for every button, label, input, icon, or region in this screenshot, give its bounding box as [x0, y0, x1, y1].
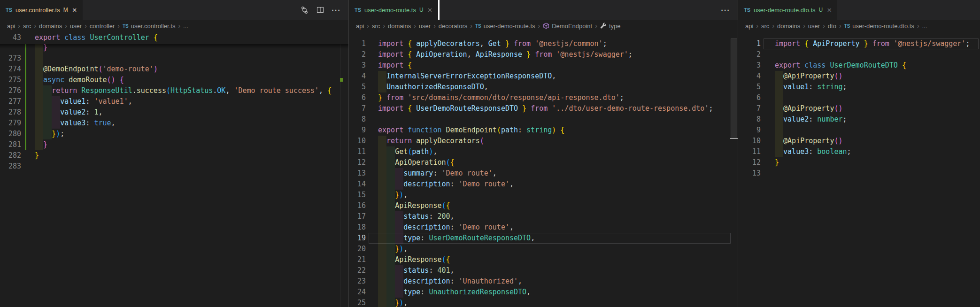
code-line[interactable]: 6} from 'src/domains/common/dto/response… [349, 92, 738, 103]
code-line[interactable]: 16 ApiResponse({ [349, 200, 738, 211]
file-tab[interactable]: TS user.controller.ts M × [0, 0, 83, 20]
code-line[interactable]: 8 value2: number; [738, 114, 980, 125]
breadcrumb-item[interactable]: domains [39, 23, 62, 30]
code-line[interactable]: 273 [0, 53, 348, 64]
code-line[interactable]: 15 }), [349, 190, 738, 200]
code-line[interactable]: 283 [0, 161, 348, 172]
overview-cursor-marker [730, 138, 738, 139]
code-line[interactable]: 5 value1: string; [738, 82, 980, 92]
breadcrumb-item[interactable]: TSuser-demo-route.ts [475, 23, 535, 30]
file-tab[interactable]: TS user-demo-route.ts U × [349, 0, 438, 20]
breadcrumb-item[interactable]: domains [777, 23, 800, 30]
file-tab[interactable]: TS user-demo-route.dto.ts U × [738, 0, 837, 20]
line-number: 11 [349, 146, 366, 157]
code-line[interactable]: 3import { [349, 60, 738, 71]
code-line[interactable]: 9 [738, 125, 980, 136]
code-line[interactable]: 13 [738, 168, 980, 179]
code-line[interactable]: 4 InternalServerErrorExceptionResponseDT… [349, 71, 738, 82]
breadcrumb-item[interactable]: decorators [439, 23, 467, 30]
code-line[interactable]: 25 }), [349, 298, 738, 307]
gutter-added-indicator [25, 139, 26, 150]
code-line[interactable]: 7import { UserDemoRouteResponseDTO } fro… [349, 103, 738, 114]
code-line[interactable]: 7 @ApiProperty() [738, 103, 980, 114]
breadcrumb-item[interactable]: ... [922, 23, 927, 30]
breadcrumb-item[interactable]: TSuser.controller.ts [123, 23, 175, 30]
code-line[interactable]: 4 @ApiProperty() [738, 71, 980, 82]
code-line[interactable]: 22 status: 401, [349, 265, 738, 276]
code-line[interactable]: 5 UnauthorizedResponseDTO, [349, 82, 738, 92]
code-line[interactable]: 3export class UserDemoRouteDTO { [738, 60, 980, 71]
gutter-added-indicator [25, 96, 26, 107]
code-line[interactable]: 23 description: 'Unauthorized', [349, 276, 738, 287]
close-icon[interactable]: × [827, 6, 832, 14]
breadcrumb-item[interactable]: api [745, 23, 753, 30]
code-line[interactable]: 11 Get(path), [349, 146, 738, 157]
code-line[interactable]: 19 type: UserDemoRouteResponseDTO, [349, 233, 738, 244]
breadcrumb-item[interactable]: src [761, 23, 769, 30]
open-changes-icon[interactable] [301, 6, 309, 14]
code-line[interactable]: 1import { ApiProperty } from '@nestjs/sw… [738, 38, 980, 49]
breadcrumb-item[interactable]: dto [828, 23, 836, 30]
code-line[interactable]: 12 ApiOperation({ [349, 157, 738, 168]
code-editor[interactable]: 1import { applyDecorators, Get } from '@… [349, 32, 738, 307]
breadcrumb-item[interactable]: user [419, 23, 431, 30]
code-line[interactable]: 2 [738, 49, 980, 60]
code-line[interactable]: 279 value3: true, [0, 118, 348, 129]
code-editor[interactable]: 1import { ApiProperty } from '@nestjs/sw… [738, 32, 980, 307]
code-line[interactable]: 43export class UserController { [0, 32, 348, 43]
code-line[interactable]: 17 status: 200, [349, 211, 738, 222]
code-editor[interactable]: }273274 @DemoEndpoint('demo-route')275 a… [0, 32, 348, 307]
code-line[interactable]: 12} [738, 157, 980, 168]
gutter-added-indicator [25, 85, 26, 96]
vertical-scrollbar[interactable] [731, 38, 737, 139]
breadcrumb-item[interactable]: ... [183, 23, 188, 30]
code-line[interactable]: 277 value1: 'value1', [0, 96, 348, 107]
code-line[interactable]: 18 description: 'Demo route', [349, 222, 738, 233]
breadcrumb-item[interactable]: controller [90, 23, 115, 30]
breadcrumb-item[interactable]: src [23, 23, 31, 30]
code-line[interactable]: 9export function DemoEndpoint(path: stri… [349, 125, 738, 136]
split-editor-icon[interactable] [316, 6, 324, 14]
code-text: return ResponseUtil.success(HttpStatus.O… [35, 85, 332, 96]
breadcrumb-separator: › [823, 22, 825, 30]
more-actions-icon[interactable]: ··· [721, 6, 731, 14]
code-line[interactable]: 2import { ApiOperation, ApiResponse } fr… [349, 49, 738, 60]
code-line[interactable]: 1import { applyDecorators, Get } from '@… [349, 38, 738, 49]
more-actions-icon[interactable]: ··· [332, 6, 341, 14]
line-number: 13 [738, 168, 761, 179]
code-line[interactable]: 21 ApiResponse({ [349, 254, 738, 265]
breadcrumb-item[interactable]: user [808, 23, 820, 30]
code-line[interactable]: 24 type: UnauthorizedResponseDTO, [349, 287, 738, 298]
code-line[interactable]: 280 }); [0, 129, 348, 139]
breadcrumb-separator: › [772, 22, 774, 30]
breadcrumb-item[interactable]: user [70, 23, 82, 30]
code-line[interactable]: 8 [349, 114, 738, 125]
code-line[interactable]: 6 [738, 92, 980, 103]
close-icon[interactable]: × [72, 6, 77, 14]
breadcrumb-item[interactable]: api [7, 23, 15, 30]
code-line[interactable]: 276 return ResponseUtil.success(HttpStat… [0, 85, 348, 96]
code-line[interactable]: 278 value2: 1, [0, 107, 348, 118]
code-line[interactable]: 20 }), [349, 244, 738, 254]
code-line[interactable]: 11 value3: boolean; [738, 146, 980, 157]
code-line[interactable]: 275 async demoRoute() { [0, 75, 348, 85]
breadcrumb-separator: › [414, 22, 416, 30]
code-line[interactable]: 13 summary: 'Demo route', [349, 168, 738, 179]
code-line[interactable]: 281 } [0, 139, 348, 150]
sticky-scroll[interactable]: 43export class UserController { [0, 32, 348, 44]
code-line[interactable]: 10 @ApiProperty() [738, 136, 980, 146]
breadcrumb-item[interactable]: type [600, 23, 621, 30]
line-number: 275 [0, 75, 21, 85]
line-number: 7 [349, 103, 366, 114]
close-icon[interactable]: × [428, 6, 432, 14]
breadcrumb-item[interactable]: src [372, 23, 380, 30]
breadcrumb-item[interactable]: TSuser-demo-route.dto.ts [844, 23, 914, 30]
code-line[interactable]: 282} [0, 150, 348, 161]
breadcrumb-item[interactable]: DemoEndpoint [543, 23, 592, 30]
code-text: async demoRoute() { [35, 75, 124, 85]
code-line[interactable]: 14 description: 'Demo route', [349, 179, 738, 190]
breadcrumb-item[interactable]: api [356, 23, 364, 30]
code-line[interactable]: 10 return applyDecorators( [349, 136, 738, 146]
code-line[interactable]: 274 @DemoEndpoint('demo-route') [0, 64, 348, 75]
breadcrumb-item[interactable]: domains [388, 23, 411, 30]
